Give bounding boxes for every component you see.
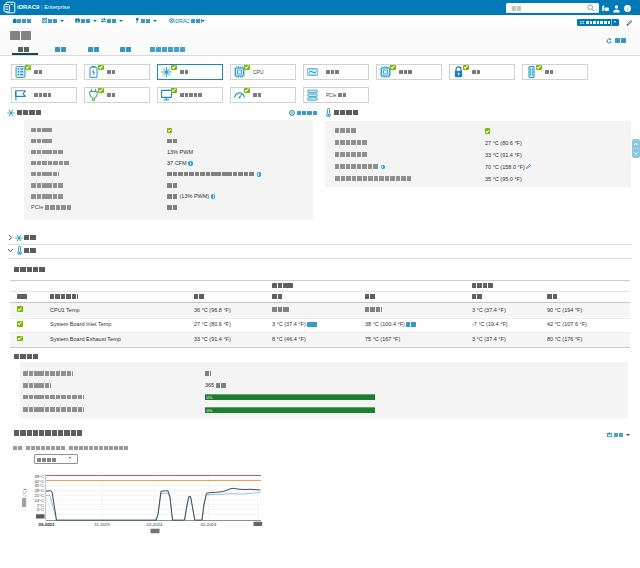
svg-text:0°C: 0°C: [37, 507, 44, 512]
svg-text:05-2024: 05-2024: [201, 522, 217, 527]
svg-text:02-2024: 02-2024: [147, 522, 163, 527]
svg-text:i: i: [627, 5, 628, 11]
svg-text:09-2023: 09-2023: [39, 522, 55, 527]
svg-text:11-2023: 11-2023: [94, 522, 110, 527]
svg-text:(°C): (°C): [22, 488, 27, 496]
